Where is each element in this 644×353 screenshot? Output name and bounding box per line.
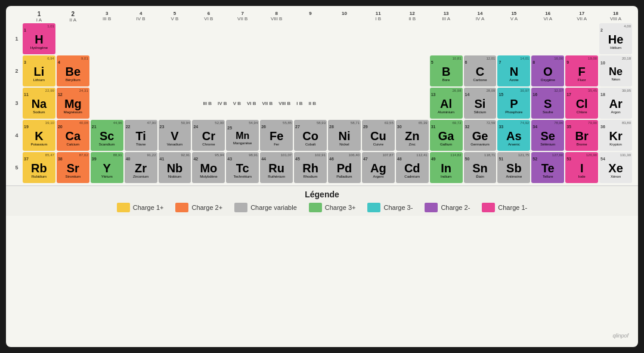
- legend-title: Légende: [18, 190, 626, 199]
- element-Li[interactable]: 36,94 LiLithium: [23, 55, 55, 86]
- element-Cl[interactable]: 1735,45 ClChlore: [565, 88, 598, 119]
- element-Te[interactable]: 52127,60 TeTellure: [531, 152, 564, 183]
- group-header-4: 4 IV B: [125, 11, 157, 23]
- swatch-charge3plus: [309, 203, 322, 212]
- group-header-2: 2 II A: [57, 11, 89, 23]
- element-Ti[interactable]: 2247,90 TiTitane: [125, 120, 157, 151]
- swatch-charge2plus: [175, 203, 188, 212]
- group-header-10: 10: [328, 11, 361, 23]
- label-charge2minus: Charge 2-: [441, 204, 470, 211]
- element-Sn[interactable]: 50118,71 SnÉtain: [464, 152, 497, 183]
- legend-charge3minus: Charge 3-: [367, 203, 413, 212]
- element-Na[interactable]: 1122,99 NaSodium: [23, 88, 55, 119]
- element-In[interactable]: 49114,82 InIndium: [430, 152, 463, 183]
- group-header-14: 14 IV A: [464, 11, 497, 23]
- element-Sb[interactable]: 51121,75 SbAntimoine: [497, 152, 530, 183]
- element-He[interactable]: 2 4,00 He Hélium: [599, 23, 632, 54]
- group-header-13: 13 III A: [430, 11, 463, 23]
- element-Mn[interactable]: 2554,94 MnManganèse: [226, 120, 259, 151]
- group-header-11: 11 I B: [362, 11, 395, 23]
- period-1: 1: [12, 23, 21, 54]
- table-area: 1 I A 2 II A 3 III B 4 IV B 5 V B 6 VI B: [6, 6, 638, 185]
- element-Br[interactable]: 3579,90 BrBrome: [565, 120, 598, 151]
- element-Ne[interactable]: 1020,18 NeNéon: [599, 55, 632, 86]
- swatch-charge1plus: [117, 203, 130, 212]
- element-Co[interactable]: 2758,93 CoCobalt: [294, 120, 327, 151]
- element-Sr[interactable]: 3887,62 SrStrontium: [57, 152, 89, 183]
- element-C[interactable]: 612,01 CCarbone: [464, 55, 497, 86]
- element-Ru[interactable]: 44101,07 RuRuthénium: [260, 152, 293, 183]
- legend-charge3plus: Charge 3+: [309, 203, 356, 212]
- element-Fe[interactable]: 2655,85 FeFer: [260, 120, 293, 151]
- element-Cd[interactable]: 48112,41 CdCadmium: [396, 152, 429, 183]
- group-header-6: 6 VI B: [192, 11, 225, 23]
- group-header-9: 9: [294, 11, 327, 23]
- legend-charge1plus: Charge 1+: [117, 203, 164, 212]
- swatch-charge1minus: [482, 203, 495, 212]
- element-Zr[interactable]: 4091,22 ZrZirconium: [125, 152, 157, 183]
- element-Ag[interactable]: 47107,87 AgArgent: [362, 152, 395, 183]
- swatch-charge2minus: [425, 203, 438, 212]
- periodic-table: 1 I A 2 II A 3 III B 4 IV B 5 V B 6 VI B: [6, 6, 638, 347]
- element-Rh[interactable]: 45102,91 RhRhodium: [294, 152, 327, 183]
- element-Y[interactable]: 3988,91 YYttrium: [91, 152, 123, 183]
- element-Si[interactable]: 1428,09 SiSilicium: [464, 88, 497, 119]
- label-charge1minus: Charge 1-: [498, 204, 527, 211]
- element-O[interactable]: 816,00 OOxygène: [531, 55, 564, 86]
- period-4: 4: [12, 120, 21, 151]
- element-Ni[interactable]: 2858,71 NiNickel: [328, 120, 361, 151]
- group-header-17: 17 VII A: [565, 11, 598, 23]
- element-Ge[interactable]: 3272,59 GeGermanium: [464, 120, 497, 151]
- watermark: qlinpof: [612, 333, 628, 339]
- element-Ca[interactable]: 2040,08 CaCalcium: [57, 120, 89, 151]
- element-Al[interactable]: 1326,98 AlAluminium: [430, 88, 463, 119]
- element-V[interactable]: 2350,94 VVanadium: [159, 120, 191, 151]
- group-header-8: 8 VIII B: [260, 11, 293, 23]
- legend-variable: Charge variable: [234, 203, 297, 212]
- period-2: 2: [12, 55, 21, 86]
- legend-charge2minus: Charge 2-: [425, 203, 470, 212]
- element-I[interactable]: 53126,90 IIode: [565, 152, 598, 183]
- element-N[interactable]: 714,01 NAzote: [497, 55, 530, 86]
- element-Sc[interactable]: 2144,96 ScScandium: [91, 120, 123, 151]
- group-header-1: 1 I A: [23, 11, 55, 23]
- swatch-charge3minus: [367, 203, 380, 212]
- element-Tc[interactable]: 4398,91 TcTechnétium: [226, 152, 259, 183]
- element-As[interactable]: 3374,92 AsArsenic: [497, 120, 530, 151]
- legend-charge2plus: Charge 2+: [175, 203, 222, 212]
- element-S[interactable]: 1632,07 SSoufre: [531, 88, 564, 119]
- element-Nb[interactable]: 4192,91 NbNiobium: [159, 152, 191, 183]
- element-Ga[interactable]: 3169,72 GaGallium: [430, 120, 463, 151]
- element-Mo[interactable]: 4295,94 MoMolybdène: [192, 152, 225, 183]
- element-Cr[interactable]: 2452,00 CrChrome: [192, 120, 225, 151]
- label-charge3minus: Charge 3-: [383, 204, 413, 211]
- element-Pd[interactable]: 46106,40 PdPalladium: [328, 152, 361, 183]
- period-5: 5: [12, 152, 21, 183]
- group-header-16: 16 VI A: [531, 11, 564, 23]
- element-Ar[interactable]: 1839,95 ArArgon: [599, 88, 632, 119]
- element-K[interactable]: 1939,10 KPotassium: [23, 120, 55, 151]
- element-Xe[interactable]: 54131,30 XeXénon: [599, 152, 632, 183]
- element-Be[interactable]: 49,01 BeBéryllium: [57, 55, 89, 86]
- element-B[interactable]: 510,81 BBore: [430, 55, 463, 86]
- label-charge1plus: Charge 1+: [133, 204, 164, 211]
- label-charge2plus: Charge 2+: [191, 204, 222, 211]
- element-Se[interactable]: 3478,96 SeSélénium: [531, 120, 564, 151]
- group-header-3: 3 III B: [91, 11, 123, 23]
- element-Kr[interactable]: 3683,80 KrKrypton: [599, 120, 632, 151]
- element-Zn[interactable]: 3065,39 ZnZinc: [396, 120, 429, 151]
- label-charge3plus: Charge 3+: [325, 204, 356, 211]
- element-Cu[interactable]: 2963,55 CuCuivre: [362, 120, 395, 151]
- element-F[interactable]: 919,00 FFluor: [565, 55, 598, 86]
- element-H[interactable]: 1 1,01 H Hydrogène: [23, 23, 55, 54]
- element-Rb[interactable]: 3785,47 RbRubidium: [23, 152, 55, 183]
- element-Mg[interactable]: 1224,31 MgMagnésium: [57, 88, 89, 119]
- legend-area: Légende Charge 1+ Charge 2+ Charge varia…: [6, 185, 638, 216]
- group-header-12: 12 II B: [396, 11, 429, 23]
- group-header-18: 18 VIII A: [599, 11, 632, 23]
- legend-items: Charge 1+ Charge 2+ Charge variable Char…: [18, 203, 626, 212]
- label-variable: Charge variable: [250, 204, 297, 211]
- element-P[interactable]: 1530,97 PPhosphore: [497, 88, 530, 119]
- swatch-variable: [234, 203, 247, 212]
- period-3: 3: [12, 88, 21, 119]
